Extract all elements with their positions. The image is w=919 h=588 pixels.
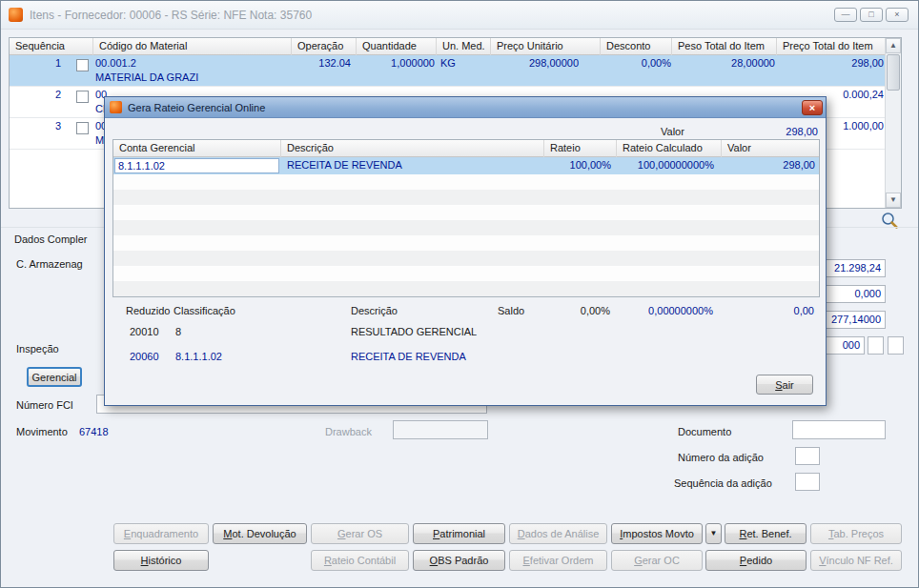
- mot-devolucao-button[interactable]: Mot. Devolução: [213, 523, 307, 544]
- valor-total: 0,00: [721, 305, 814, 316]
- row-checkbox[interactable]: [76, 91, 89, 103]
- sequencia-adicao-input[interactable]: [795, 473, 820, 491]
- dados-analise-button[interactable]: Dados de Análise: [509, 523, 607, 544]
- inspecao-label: Inspeção: [16, 343, 59, 355]
- column-header-preco-total[interactable]: Preço Total do Item: [777, 38, 887, 55]
- column-header-sequencia[interactable]: Sequência: [10, 38, 93, 55]
- pedido-button[interactable]: Pedido: [705, 550, 807, 571]
- rateio-grid: Conta Gerencial Descrição Rateio Rateio …: [112, 139, 820, 297]
- cell-rateio-calculado: 100,00000000%: [617, 159, 714, 171]
- summary-row-descricao: RESULTADO GERENCIAL: [351, 326, 477, 337]
- maximize-button[interactable]: □: [860, 8, 883, 22]
- cell-quantidade: 1,000000: [357, 57, 435, 69]
- summary-row-reduzido: 20010: [130, 326, 159, 337]
- column-header-un-med[interactable]: Un. Med.: [437, 38, 491, 55]
- gerar-oc-button[interactable]: Gerar OC: [611, 550, 703, 571]
- historico-button[interactable]: Histórico: [113, 550, 209, 571]
- cell-un-med: KG: [440, 57, 456, 69]
- column-header-operacao[interactable]: Operação: [292, 38, 357, 55]
- rateio-gerencial-dialog: Gera Rateio Gerencial Online × Valor 298…: [104, 96, 827, 406]
- reduzido-label: Reduzido: [126, 305, 170, 316]
- cell-descricao: RECEITA DE REVENDA: [287, 159, 402, 171]
- grid-row-1[interactable]: 1 00.001.2 MATERIAL DA GRAZI 132.04 1,00…: [10, 55, 887, 87]
- summary-row-classificacao: 8: [175, 326, 181, 337]
- valor-label: Valor: [661, 126, 684, 137]
- impostos-movto-button[interactable]: Impostos Movto: [611, 523, 703, 544]
- dialog-close-button[interactable]: ×: [802, 100, 823, 115]
- descricao-label: Descrição: [351, 305, 398, 316]
- valor-value: 298,00: [715, 126, 818, 137]
- cell-operacao: 132.04: [292, 57, 351, 69]
- window-title: Itens - Fornecedor: 00006 - RS Série: NF…: [30, 1, 312, 30]
- classificacao-label: Classificação: [174, 305, 235, 316]
- details-section-label: Dados Compler: [14, 233, 87, 245]
- cell-desconto: 0,00%: [599, 57, 671, 69]
- summary-row-reduzido: 20060: [130, 351, 159, 362]
- cell-preco-unitario: 298,00000: [491, 57, 579, 69]
- drawback-input[interactable]: [393, 420, 488, 439]
- empty-rows-stripes: [113, 174, 819, 296]
- column-header-rateio[interactable]: Rateio: [544, 140, 617, 157]
- summary-row-classificacao: 8.1.1.1.02: [175, 351, 222, 362]
- inspecao-extra-field-1[interactable]: [868, 336, 884, 355]
- column-header-desconto[interactable]: Desconto: [601, 38, 672, 55]
- rateio-grid-row[interactable]: 8.1.1.1.02 RECEITA DE REVENDA 100,00% 10…: [113, 157, 819, 174]
- rateio-grid-header: Conta Gerencial Descrição Rateio Rateio …: [113, 140, 819, 157]
- impostos-dropdown-button[interactable]: ▼: [705, 523, 722, 544]
- numero-adicao-label: Número da adição: [678, 452, 764, 463]
- numero-fci-label: Número FCI: [16, 399, 73, 411]
- scroll-up-button[interactable]: ▲: [886, 38, 901, 53]
- cell-valor: 298,00: [722, 159, 815, 171]
- dialog-title: Gera Rateio Gerencial Online: [128, 97, 265, 118]
- column-header-descricao[interactable]: Descrição: [281, 140, 544, 157]
- gerar-os-button[interactable]: Gerar OS: [311, 523, 409, 544]
- cell-peso-total: 28,00000: [672, 57, 775, 69]
- saldo-label: Saldo: [498, 305, 524, 316]
- vinculo-nf-ref-button[interactable]: Vínculo NF Ref.: [810, 550, 902, 571]
- column-header-preco-unitario[interactable]: Preço Unitário: [491, 38, 601, 55]
- efetivar-ordem-button[interactable]: Efetivar Ordem: [509, 550, 607, 571]
- ret-benef-button[interactable]: Ret. Benef.: [725, 523, 807, 544]
- chevron-down-icon: ▼: [706, 524, 721, 543]
- row-checkbox[interactable]: [76, 59, 89, 71]
- minimize-button[interactable]: —: [834, 8, 857, 22]
- tab-precos-button[interactable]: Tab. Preços: [810, 523, 902, 544]
- documento-label: Documento: [678, 426, 731, 437]
- armazenagem-label: C. Armazenag: [16, 258, 83, 270]
- close-button[interactable]: ×: [886, 8, 909, 22]
- column-header-valor[interactable]: Valor: [722, 140, 819, 157]
- app-icon: [9, 8, 23, 22]
- cell-sequencia: 3: [10, 120, 61, 132]
- column-header-rateio-calculado[interactable]: Rateio Calculado: [617, 140, 722, 157]
- cell-sequencia: 2: [10, 89, 61, 100]
- sequencia-adicao-label: Sequência da adição: [674, 477, 772, 489]
- column-header-codigo[interactable]: Código do Material: [93, 38, 292, 55]
- movimento-value: 67418: [79, 426, 109, 437]
- conta-gerencial-edit-cell[interactable]: 8.1.1.1.02: [114, 158, 279, 173]
- patrimonial-button[interactable]: Patrimonial: [413, 523, 505, 544]
- cell-preco-total: 298,00: [777, 57, 884, 69]
- cell-descricao: MATERIAL DA GRAZI: [95, 71, 198, 83]
- numero-adicao-input[interactable]: [795, 447, 820, 465]
- inspecao-extra-field-2[interactable]: [888, 336, 904, 355]
- dialog-titlebar[interactable]: Gera Rateio Gerencial Online ×: [105, 97, 826, 118]
- scrollbar-thumb[interactable]: [887, 54, 900, 91]
- window-titlebar[interactable]: Itens - Fornecedor: 00006 - RS Série: NF…: [1, 1, 918, 30]
- row-checkbox[interactable]: [76, 122, 89, 134]
- vertical-scrollbar[interactable]: ▲ ▼: [885, 38, 901, 208]
- rateio-contabil-button[interactable]: Rateio Contábil: [311, 550, 409, 571]
- column-header-peso-total[interactable]: Peso Total do Item: [672, 38, 777, 55]
- movimento-label: Movimento: [16, 426, 68, 437]
- rateio-calculado-total: 0,00000000%: [616, 305, 713, 316]
- documento-input[interactable]: [792, 420, 886, 439]
- enquadramento-button[interactable]: Enquadramento: [113, 523, 209, 544]
- scroll-down-button[interactable]: ▼: [886, 193, 901, 208]
- obs-padrao-button[interactable]: OBS Padrão: [413, 550, 505, 571]
- column-header-quantidade[interactable]: Quantidade: [357, 38, 437, 55]
- summary-row-descricao: RECEITA DE REVENDA: [351, 351, 466, 362]
- sair-button[interactable]: Sair: [756, 375, 813, 395]
- rateio-total: 0,00%: [543, 305, 610, 316]
- cell-sequencia: 1: [10, 57, 61, 69]
- column-header-conta-gerencial[interactable]: Conta Gerencial: [113, 140, 281, 157]
- gerencial-button[interactable]: Gerencial: [27, 367, 82, 387]
